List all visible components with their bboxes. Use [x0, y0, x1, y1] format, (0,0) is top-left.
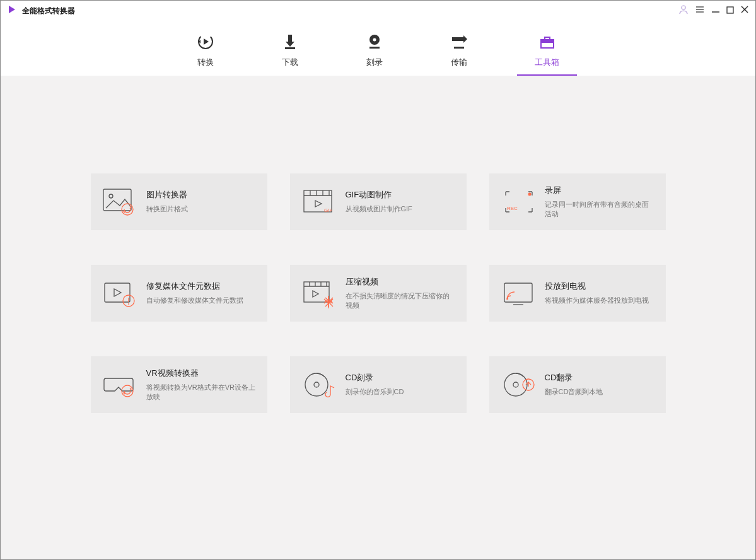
- nav-toolbox[interactable]: 工具箱: [523, 21, 571, 76]
- cast-tv-icon: [501, 276, 536, 311]
- svg-point-33: [128, 303, 129, 305]
- svg-rect-17: [541, 40, 554, 42]
- svg-rect-18: [103, 189, 131, 211]
- window-controls: [678, 4, 749, 17]
- svg-rect-42: [504, 283, 532, 302]
- tool-desc: 刻录你的音乐到CD: [346, 387, 455, 397]
- tool-desc: 将视频作为媒体服务器投放到电视: [545, 296, 654, 305]
- tool-desc: 记录同一时间所有带有音频的桌面活动: [545, 200, 654, 219]
- svg-text:REC: REC: [507, 206, 518, 211]
- fix-metadata-icon: [102, 276, 137, 311]
- app-window: 全能格式转换器 转换: [0, 0, 756, 560]
- svg-rect-10: [285, 47, 295, 49]
- svg-point-12: [373, 38, 376, 42]
- cd-rip-icon: [501, 367, 536, 402]
- svg-rect-14: [452, 37, 463, 41]
- tool-title: 图片转换器: [146, 189, 256, 201]
- tool-desc: 在不损失清晰度的情况下压缩你的视频: [346, 291, 455, 311]
- tool-title: CD刻录: [346, 372, 455, 383]
- app-logo-icon: [7, 4, 17, 17]
- tool-title: GIF动图制作: [346, 189, 455, 201]
- svg-rect-15: [454, 47, 464, 49]
- tool-screen-recorder[interactable]: REC 录屏 记录同一时间所有带有音频的桌面活动: [489, 173, 666, 230]
- svg-point-44: [506, 298, 508, 300]
- tool-desc: 转换图片格式: [146, 204, 256, 214]
- svg-point-19: [109, 194, 113, 198]
- tool-title: VR视频转换器: [146, 368, 256, 379]
- tool-gif-maker[interactable]: GIF GIF动图制作 从视频或图片制作GIF: [290, 173, 467, 230]
- screen-recorder-icon: REC: [501, 184, 536, 219]
- tool-image-converter[interactable]: 图片转换器 转换图片格式: [91, 173, 267, 230]
- top-nav: 转换 下载 刻录 传输 工具箱: [1, 21, 755, 76]
- user-icon[interactable]: [678, 4, 689, 17]
- svg-rect-5: [727, 7, 733, 13]
- nav-label: 工具箱: [535, 57, 559, 68]
- svg-point-0: [682, 6, 685, 9]
- svg-rect-9: [288, 35, 292, 42]
- titlebar: 全能格式转换器: [1, 1, 755, 21]
- svg-rect-30: [105, 283, 130, 302]
- tool-desc: 自动修复和修改媒体文件元数据: [146, 296, 256, 305]
- toolbox-icon: [538, 33, 556, 53]
- image-converter-icon: [102, 184, 137, 219]
- maximize-button[interactable]: [726, 5, 734, 16]
- tool-fix-metadata[interactable]: 修复媒体文件元数据 自动修复和修改媒体文件元数据: [91, 265, 267, 322]
- svg-point-28: [528, 193, 531, 196]
- menu-icon[interactable]: [695, 4, 705, 17]
- gif-maker-icon: GIF: [301, 184, 337, 219]
- vr-converter-icon: [102, 367, 137, 402]
- nav-download[interactable]: 下载: [270, 21, 310, 76]
- nav-label: 转换: [197, 57, 214, 68]
- tool-compress-video[interactable]: 压缩视频 在不损失清晰度的情况下压缩你的视频: [290, 265, 467, 322]
- download-icon: [281, 33, 299, 53]
- transfer-icon: [450, 33, 468, 53]
- burn-icon: [366, 33, 383, 53]
- convert-icon: [197, 33, 214, 53]
- svg-point-49: [513, 382, 518, 387]
- svg-rect-34: [304, 282, 329, 302]
- close-button[interactable]: [740, 5, 749, 16]
- tool-title: 投放到电视: [545, 281, 654, 292]
- tool-title: 修复媒体文件元数据: [146, 281, 256, 292]
- tool-cd-rip[interactable]: CD翻录 翻录CD音频到本地: [489, 356, 666, 413]
- svg-text:GIF: GIF: [324, 207, 332, 213]
- nav-label: 传输: [451, 57, 467, 68]
- tools-grid: 图片转换器 转换图片格式 GIF GIF动图制作 从视频或图片制作GIF REC: [91, 173, 666, 559]
- svg-point-48: [504, 373, 527, 396]
- nav-convert[interactable]: 转换: [185, 21, 226, 76]
- minimize-button[interactable]: [711, 5, 720, 16]
- tool-cd-burn[interactable]: CD刻录 刻录你的音乐到CD: [290, 356, 467, 413]
- tool-desc: 翻录CD音频到本地: [545, 387, 654, 397]
- svg-point-47: [314, 382, 319, 387]
- content-area: 图片转换器 转换图片格式 GIF GIF动图制作 从视频或图片制作GIF REC: [1, 76, 755, 559]
- tool-cast-tv[interactable]: 投放到电视 将视频作为媒体服务器投放到电视: [489, 265, 666, 322]
- compress-video-icon: [301, 276, 337, 311]
- svg-rect-13: [369, 47, 380, 49]
- tool-title: 录屏: [545, 185, 654, 196]
- nav-label: 下载: [282, 57, 298, 68]
- tool-title: CD翻录: [545, 372, 654, 383]
- nav-label: 刻录: [366, 57, 383, 68]
- tool-desc: 将视频转换为VR格式并在VR设备上放映: [146, 383, 256, 402]
- nav-burn[interactable]: 刻录: [354, 21, 395, 76]
- app-title: 全能格式转换器: [22, 6, 75, 16]
- tool-desc: 从视频或图片制作GIF: [346, 204, 455, 214]
- tool-vr-converter[interactable]: VR视频转换器 将视频转换为VR格式并在VR设备上放映: [91, 356, 267, 413]
- tool-title: 压缩视频: [346, 276, 455, 288]
- cd-burn-icon: [301, 367, 337, 402]
- svg-point-46: [305, 373, 328, 396]
- nav-transfer[interactable]: 传输: [439, 21, 479, 76]
